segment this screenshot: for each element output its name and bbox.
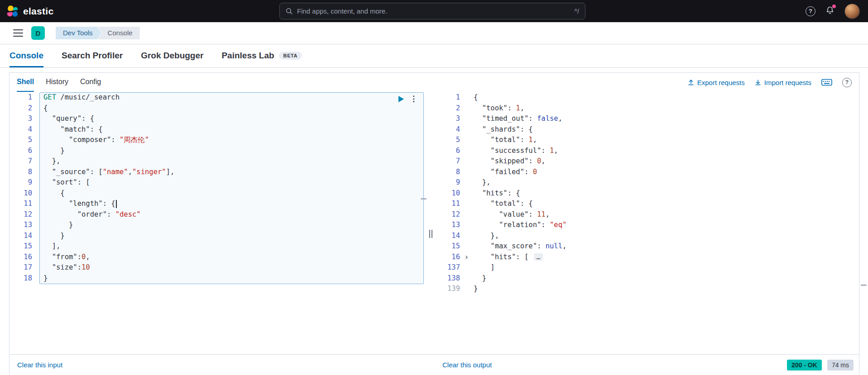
clear-input-button[interactable]: Clear this input	[17, 361, 62, 369]
code-text: "total": {	[474, 199, 533, 209]
code-line: 7 "skipped": 0,	[435, 156, 859, 167]
request-editor-pane[interactable]: 1GET /music/_search2{3 "query": {4 "matc…	[10, 92, 426, 354]
gutter-spacer	[32, 135, 43, 146]
menu-icon[interactable]	[13, 29, 23, 37]
code-line: 8 "_source": ["name","singer"],	[10, 167, 426, 178]
line-number: 1	[10, 92, 32, 103]
gutter-spacer	[32, 103, 43, 114]
subtab-shell[interactable]: Shell	[17, 73, 34, 92]
gutter-spacer	[460, 103, 474, 114]
code-text: "max_score": null,	[474, 241, 566, 252]
code-line: 16 "hits": [ …	[435, 252, 859, 263]
line-number: 10	[10, 188, 32, 199]
global-header: elastic Find apps, content, and more. ^/	[0, 0, 868, 22]
code-text: "skipped": 0,	[474, 156, 546, 167]
gutter-spacer	[460, 124, 474, 135]
text-cursor	[116, 200, 117, 208]
time-badge: 74 ms	[827, 360, 854, 370]
breadcrumb-bar: D Dev Tools Console	[0, 22, 868, 44]
import-requests-button[interactable]: Import requests	[755, 79, 811, 86]
code-text: },	[474, 231, 499, 242]
line-number: 5	[10, 135, 32, 146]
line-number: 137	[435, 262, 460, 273]
panel-resize-handle[interactable]	[429, 230, 432, 238]
gutter-spacer	[32, 241, 43, 252]
clear-output-button[interactable]: Clear this output	[442, 361, 492, 369]
code-line: 7 },	[10, 156, 426, 167]
tab-grok-debugger[interactable]: Grok Debugger	[141, 44, 203, 67]
breadcrumb-dev-tools[interactable]: Dev Tools	[56, 27, 102, 39]
gutter-spacer	[32, 188, 43, 199]
search-placeholder: Find apps, content, and more.	[297, 7, 571, 15]
code-line: 18}	[10, 273, 426, 284]
gutter-spacer	[460, 241, 474, 252]
window-scroll-mark[interactable]	[861, 285, 867, 286]
code-line: 2 "took": 1,	[435, 103, 859, 114]
statusbar-left: Clear this input	[10, 361, 426, 369]
response-viewer-pane[interactable]: 1{2 "took": 1,3 "timed_out": false,4 "_s…	[435, 92, 859, 354]
gutter-spacer	[460, 135, 474, 146]
tab-painless-lab[interactable]: Painless Lab BETA	[221, 44, 302, 67]
code-text: {	[43, 103, 48, 114]
gutter-spacer	[32, 114, 43, 124]
subtab-config[interactable]: Config	[80, 73, 101, 92]
breadcrumb-console[interactable]: Console	[98, 27, 140, 39]
code-line: 14 },	[435, 231, 859, 242]
code-text: "sort": [	[43, 177, 90, 188]
help-icon[interactable]	[806, 6, 815, 16]
gutter-spacer	[460, 220, 474, 231]
line-number: 12	[10, 209, 32, 220]
tab-console[interactable]: Console	[10, 44, 43, 67]
code-line: 12 "value": 11,	[435, 209, 859, 220]
code-line: 3 "timed_out": false,	[435, 114, 859, 124]
gutter-spacer	[32, 177, 43, 188]
code-line: 6 "successful": 1,	[435, 146, 859, 157]
statusbar-right: Clear this output 200 - OK 74 ms	[426, 360, 859, 370]
user-avatar[interactable]	[844, 4, 860, 19]
code-line: 4 "_shards": {	[435, 124, 859, 135]
line-number: 13	[10, 220, 32, 231]
code-line: 14 }	[10, 231, 426, 242]
gutter-spacer	[32, 273, 43, 284]
export-requests-button[interactable]: Export requests	[688, 79, 745, 86]
line-number: 4	[435, 124, 460, 135]
code-line: 8 "failed": 0	[435, 167, 859, 178]
breadcrumb: Dev Tools Console	[56, 27, 140, 39]
keyboard-shortcuts-button[interactable]	[821, 78, 832, 86]
gutter-spacer	[32, 252, 43, 263]
response-badges: 200 - OK 74 ms	[787, 360, 854, 370]
gutter-spacer	[460, 262, 474, 273]
keyboard-icon	[821, 78, 832, 86]
line-number: 12	[435, 209, 460, 220]
search-shortcut-hint: ^/	[575, 8, 579, 15]
code-text: "length": {	[43, 199, 117, 209]
space-avatar[interactable]: D	[31, 26, 45, 40]
tab-search-profiler[interactable]: Search Profiler	[62, 44, 123, 67]
editor-scroll-mark[interactable]	[421, 198, 427, 199]
gutter-spacer	[460, 209, 474, 220]
code-line: 17 "size":10	[10, 262, 426, 273]
console-help-icon[interactable]	[842, 78, 852, 87]
global-search-input[interactable]: Find apps, content, and more. ^/	[279, 3, 585, 19]
notifications-button[interactable]	[825, 5, 835, 17]
code-text: }	[43, 273, 48, 284]
code-text: },	[474, 177, 490, 188]
code-text: }	[43, 220, 73, 231]
devtools-tabs: Console Search Profiler Grok Debugger Pa…	[0, 44, 868, 68]
console-actions: Export requests Import requests	[688, 78, 852, 87]
code-text: "from":0,	[43, 252, 90, 263]
beta-badge: BETA	[279, 52, 302, 60]
code-text: "hits": [ …	[474, 252, 543, 263]
line-number: 9	[435, 177, 460, 188]
subtab-history[interactable]: History	[46, 73, 68, 92]
gutter-spacer	[460, 167, 474, 178]
gutter-spacer	[460, 114, 474, 124]
code-line: 1{	[435, 92, 859, 103]
elastic-home-link[interactable]: elastic	[6, 5, 53, 18]
gutter-spacer	[32, 199, 43, 209]
gutter-spacer	[460, 284, 474, 294]
code-line: 6 }	[10, 146, 426, 157]
request-code[interactable]: 1GET /music/_search2{3 "query": {4 "matc…	[10, 92, 426, 284]
code-text: },	[43, 156, 60, 167]
fold-toggle-icon[interactable]	[460, 252, 474, 263]
